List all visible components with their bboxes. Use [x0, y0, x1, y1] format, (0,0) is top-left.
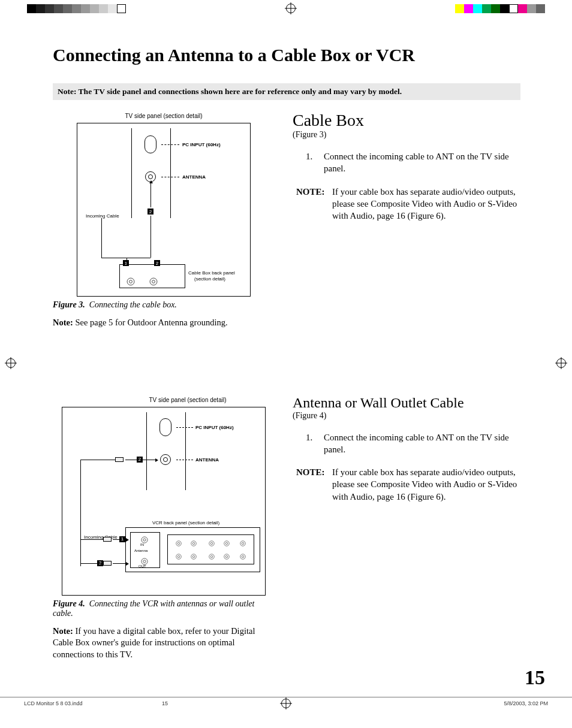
page-title: Connecting an Antenna to a Cable Box or …	[53, 45, 520, 65]
step-text: Connect the incoming cable to ANT on the…	[324, 150, 520, 175]
fig4-out: OUT	[139, 564, 146, 568]
pc-input-port-icon	[144, 135, 156, 153]
fig3-cap-text: Connecting the cable box.	[89, 300, 177, 309]
footer-page: 15	[162, 700, 168, 706]
registration-mark-left-icon	[6, 358, 16, 368]
av-jack-icon	[191, 540, 197, 546]
av-jack-icon	[209, 540, 215, 546]
fig3-note-text: See page 5 for Outdoor Antenna grounding…	[75, 318, 227, 327]
registration-mark-right-icon	[556, 358, 566, 368]
figure3-caption: Figure 3. Connecting the cable box.	[53, 300, 275, 310]
av-jack-icon	[240, 540, 246, 546]
antenna-note: NOTE: If your cable box has separate aud…	[296, 466, 520, 503]
note-text: If your cable box has separate audio/vid…	[332, 186, 520, 222]
fig4-ant-port-icon	[160, 454, 171, 465]
fig3-ant-label: ANTENNA	[182, 174, 206, 180]
footer-datetime: 5/8/2003, 3:02 PM	[504, 700, 548, 706]
fig3-cap-label: Figure 3.	[53, 300, 85, 309]
fig4-pc-label: PC INPUT (60Hz)	[195, 425, 234, 430]
fig4-ant-label: ANTENNA	[195, 457, 219, 463]
cablebox-figref: (Figure 3)	[293, 130, 520, 140]
av-jack-icon	[191, 554, 197, 559]
cbox-in-icon	[127, 278, 135, 286]
grayscale-bar	[27, 4, 126, 13]
note-label: NOTE:	[296, 186, 332, 222]
fig4-note-label: Note:	[53, 626, 73, 636]
section-cablebox: TV side panel (section detail) PC INPUT …	[53, 111, 520, 329]
registration-mark-bottom-icon	[281, 699, 291, 708]
figure3-column: TV side panel (section detail) PC INPUT …	[53, 111, 275, 329]
fig3-cbox-l2: (section detail)	[194, 276, 225, 282]
registration-mark-icon	[286, 4, 296, 13]
cablebox-step1: 1. Connect the incoming cable to ANT on …	[306, 150, 520, 175]
section-antenna: TV side panel (section detail) PC INPUT …	[53, 395, 520, 661]
color-bar	[455, 4, 545, 13]
cbox-out-icon	[150, 278, 158, 286]
note-text: If your cable box has separate audio/vid…	[332, 466, 520, 503]
antenna-heading: Antenna or Wall Outlet Cable	[293, 395, 520, 411]
footer-filename: LCD Monitor 5 8 03.indd	[24, 700, 83, 706]
vcr-in-icon	[142, 536, 148, 543]
step-num: 1.	[306, 150, 324, 175]
top-note: Note: The TV side panel and connections …	[53, 83, 520, 100]
vcr-out-icon	[142, 558, 148, 564]
av-jack-icon	[209, 554, 215, 559]
figure4-column: TV side panel (section detail) PC INPUT …	[53, 395, 275, 661]
fig4-tv-label: TV side panel (section detail)	[101, 397, 275, 403]
av-jack-icon	[176, 540, 182, 546]
page-content: Connecting an Antenna to a Cable Box or …	[53, 45, 520, 660]
figure3-diagram: PC INPUT (60Hz) ANTENNA 2 Incoming Cable…	[77, 123, 251, 297]
av-jack-icon	[224, 554, 230, 559]
note-label: NOTE:	[296, 466, 332, 503]
fig4-note-text: If you have a digital cable box, refer t…	[53, 626, 255, 659]
fig4-in: IN	[140, 543, 144, 546]
page-number: 15	[525, 666, 545, 689]
fig4-antbox: Antenna	[134, 549, 147, 552]
fig3-note-label: Note:	[53, 318, 73, 327]
footer: LCD Monitor 5 8 03.indd 15 5/8/2003, 3:0…	[0, 697, 572, 706]
antenna-text-column: Antenna or Wall Outlet Cable (Figure 4) …	[293, 395, 520, 661]
av-jack-icon	[224, 540, 230, 546]
fig4-cap-label: Figure 4.	[53, 599, 85, 608]
cablebox-heading: Cable Box	[293, 111, 520, 130]
figure3-note: Note: See page 5 for Outdoor Antenna gro…	[53, 317, 275, 329]
fig3-incoming: Incoming Cable	[86, 213, 119, 219]
printer-marks-top	[0, 3, 572, 14]
step-num: 1.	[306, 431, 324, 456]
fig4-vcr-label: VCR back panel (section detail)	[152, 520, 219, 525]
antenna-step1: 1. Connect the incoming cable to ANT on …	[306, 431, 520, 456]
cablebox-text-column: Cable Box (Figure 3) 1. Connect the inco…	[293, 111, 520, 329]
figure4-note: Note: If you have a digital cable box, r…	[53, 626, 275, 661]
step-text: Connect the incoming cable to ANT on the…	[324, 431, 520, 456]
cablebox-note: NOTE: If your cable box has separate aud…	[296, 186, 520, 222]
fig3-pc-label: PC INPUT (60Hz)	[182, 142, 221, 147]
av-jack-icon	[176, 554, 182, 559]
figure4-caption: Figure 4. Connecting the VCR with antenn…	[53, 599, 275, 618]
fig4-pc-port-icon	[159, 418, 171, 436]
fig3-tv-label: TV side panel (section detail)	[53, 113, 275, 119]
fig3-cbox-l1: Cable Box back panel	[188, 270, 235, 276]
av-jack-icon	[240, 554, 246, 559]
antenna-figref: (Figure 4)	[293, 411, 520, 421]
figure4-diagram: PC INPUT (60Hz) ANTENNA 2 VCR back panel…	[62, 407, 266, 596]
